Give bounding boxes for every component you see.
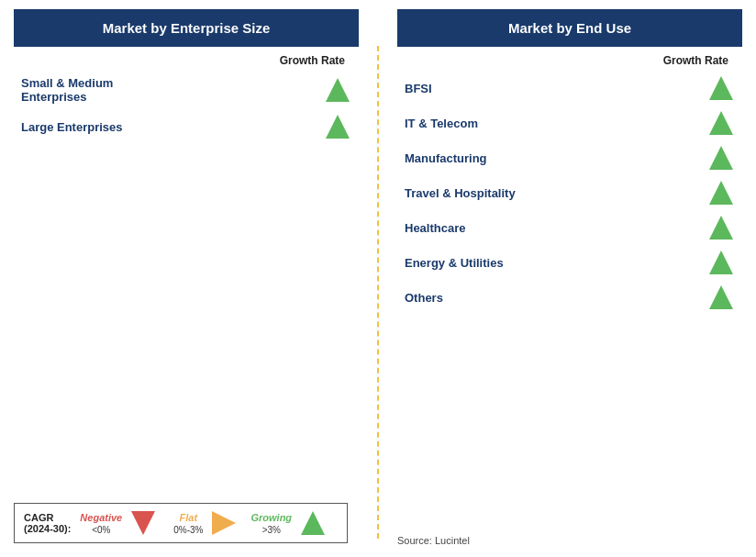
right-item-label: Energy & Utilities xyxy=(405,256,709,270)
legend-flat-sublabel: 0%-3% xyxy=(173,525,203,535)
up-arrow-icon xyxy=(709,181,733,205)
right-item-label: Others xyxy=(405,291,709,305)
up-arrow-icon xyxy=(709,76,733,100)
legend-negative-sublabel: <0% xyxy=(92,525,110,535)
vertical-divider xyxy=(377,46,379,539)
left-panel-header: Market by Enterprise Size xyxy=(14,9,359,47)
legend-growing: Growing >3% xyxy=(250,512,292,535)
right-item-row: Energy & Utilities xyxy=(397,245,742,280)
up-arrow-icon xyxy=(709,216,733,240)
up-arrow-icon xyxy=(709,146,733,170)
up-arrow-icon xyxy=(709,111,733,135)
left-items-container: Small & MediumEnterprisesLarge Enterpris… xyxy=(14,71,359,498)
up-arrow-icon xyxy=(326,78,350,102)
up-arrow-icon xyxy=(326,115,350,139)
legend-growing-label: Growing xyxy=(250,512,292,523)
right-item-label: IT & Telecom xyxy=(405,117,709,130)
legend-negative: Negative <0% xyxy=(80,512,122,535)
legend-cagr-label: CAGR(2024-30): xyxy=(24,512,71,534)
up-arrow-icon xyxy=(709,251,733,274)
legend-growing-sublabel: >3% xyxy=(262,525,281,535)
right-item-row: Manufacturing xyxy=(397,140,742,175)
left-growth-rate-label: Growth Rate xyxy=(280,54,345,67)
up-arrow-icon xyxy=(709,285,733,309)
left-item-label: Large Enterprises xyxy=(21,120,326,134)
left-item-row: Large Enterprises xyxy=(14,109,359,144)
legend-flat: Flat 0%-3% xyxy=(173,512,203,535)
right-panel: Market by End Use Growth Rate BFSIIT & T… xyxy=(388,9,742,548)
left-panel: Market by Enterprise Size Growth Rate Sm… xyxy=(14,9,368,548)
right-growth-rate-label: Growth Rate xyxy=(663,54,728,67)
legend-negative-label: Negative xyxy=(80,512,122,523)
legend-growing-arrow xyxy=(301,511,325,535)
legend-negative-arrow xyxy=(131,511,155,535)
right-item-label: Healthcare xyxy=(405,221,709,235)
left-item-label: Small & MediumEnterprises xyxy=(21,76,326,104)
right-item-row: Others xyxy=(397,280,742,315)
right-item-label: BFSI xyxy=(405,82,709,95)
legend-flat-label: Flat xyxy=(180,512,198,523)
legend-flat-arrow xyxy=(212,511,236,535)
right-item-label: Travel & Hospitality xyxy=(405,186,709,200)
right-panel-header: Market by End Use xyxy=(397,9,742,47)
right-item-row: BFSI xyxy=(397,71,742,106)
right-items-container: BFSIIT & TelecomManufacturingTravel & Ho… xyxy=(397,71,742,531)
right-item-row: Travel & Hospitality xyxy=(397,175,742,210)
source-label: Source: Lucintel xyxy=(397,535,470,551)
right-item-row: IT & Telecom xyxy=(397,106,742,140)
right-item-row: Healthcare xyxy=(397,210,742,245)
left-item-row: Small & MediumEnterprises xyxy=(14,71,359,109)
right-item-label: Manufacturing xyxy=(405,151,709,165)
legend-area: CAGR(2024-30): Negative <0% Flat 0%-3% G… xyxy=(14,503,348,543)
